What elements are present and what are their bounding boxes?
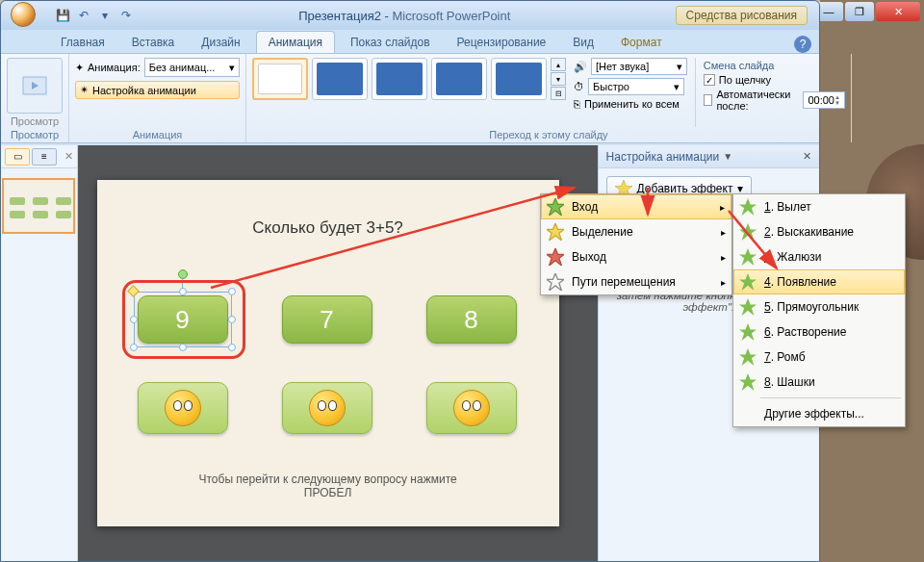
os-maximize-button[interactable]: ❐ — [845, 2, 874, 21]
transition-item[interactable] — [372, 58, 427, 100]
submenu-arrow-icon: ▸ — [721, 252, 726, 263]
submenu-arrow-icon: ▸ — [721, 227, 726, 238]
submenu-arrow-icon: ▸ — [721, 277, 726, 288]
effect-icon — [739, 373, 757, 391]
preview-label: Просмотр — [11, 115, 59, 127]
taskpane-close[interactable]: ✕ — [803, 150, 811, 163]
tab-slideshow[interactable]: Показ слайдов — [339, 32, 442, 53]
group-animation-label: Анимация — [69, 129, 245, 140]
effect-icon — [739, 248, 757, 266]
title-bar: 💾 ↶ ▾ ↷ Презентация2 - Microsoft PowerPo… — [1, 1, 819, 30]
outline-tab[interactable]: ≡ — [32, 148, 57, 166]
emoji-button[interactable] — [138, 382, 228, 434]
transition-gallery[interactable]: ▴▾⊟ — [252, 58, 566, 100]
effect-blinds[interactable]: 3. Жалюзи — [733, 244, 905, 269]
slide-footer-text[interactable]: Чтобы перейти к следующему вопросу нажми… — [97, 473, 559, 499]
slide-thumbnail[interactable] — [2, 178, 75, 234]
emoji-button[interactable] — [426, 382, 517, 434]
on-click-checkbox[interactable]: ✓ — [704, 74, 715, 86]
gallery-scroll[interactable]: ▴▾⊟ — [551, 58, 566, 100]
entrance-effects-submenu: 1. Вылет 2. Выскакивание 3. Жалюзи 4. По… — [732, 193, 906, 427]
apply-all-icon: ⎘ — [574, 98, 580, 110]
annotation-highlight — [122, 280, 245, 359]
menu-item-exit[interactable]: Выход ▸ — [541, 244, 732, 269]
custom-animation-button[interactable]: ✴ Настройка анимации — [75, 81, 240, 99]
menu-item-emphasis[interactable]: Выделение ▸ — [541, 219, 732, 244]
taskpane-menu-icon[interactable]: ▼ — [723, 151, 732, 162]
path-star-icon — [547, 273, 564, 291]
menu-item-entrance[interactable]: Вход ▸ — [541, 194, 732, 219]
add-effect-menu: Вход ▸ Выделение ▸ Выход ▸ Пути перемеще… — [540, 193, 732, 295]
speed-icon: ⏱ — [574, 81, 584, 92]
office-button[interactable] — [7, 2, 45, 29]
effect-dissolve[interactable]: 6. Растворение — [733, 319, 905, 345]
tab-insert[interactable]: Вставка — [120, 32, 187, 53]
auto-after-checkbox[interactable] — [704, 94, 713, 106]
effect-diamond[interactable]: 7. Ромб — [733, 345, 905, 370]
svg-marker-9 — [739, 248, 757, 266]
advance-slide-label: Смена слайда — [704, 60, 845, 71]
transition-none[interactable] — [252, 58, 308, 100]
slide-canvas[interactable]: Сколько будет 3+5? 9 7 8 Чтобы перейти к… — [97, 180, 559, 526]
transition-item[interactable] — [431, 58, 487, 100]
save-icon[interactable]: 💾 — [55, 8, 70, 23]
menu-item-motion-paths[interactable]: Пути перемещения ▸ — [541, 269, 732, 294]
auto-after-time[interactable]: 00:00 ▲▼ — [803, 91, 844, 109]
effect-box[interactable]: 5. Прямоугольник — [733, 294, 905, 319]
effect-icon — [739, 198, 757, 216]
auto-after-label: Автоматически после: — [716, 89, 799, 112]
transition-item[interactable] — [312, 58, 368, 100]
help-button[interactable]: ? — [794, 36, 811, 53]
ribbon: Просмотр Просмотр ✦ Анимация: Без анимац… — [1, 53, 819, 143]
slide-question-text[interactable]: Сколько будет 3+5? — [97, 218, 559, 238]
undo-icon[interactable]: ↶ — [76, 8, 91, 23]
slide-editor[interactable]: Сколько будет 3+5? 9 7 8 Чтобы перейти к… — [78, 145, 598, 561]
animation-combo-label: Анимация: — [88, 62, 141, 73]
svg-marker-4 — [547, 223, 564, 241]
group-transition-label: Переход к этому слайду — [246, 129, 851, 140]
chevron-down-icon: ▾ — [674, 81, 680, 93]
svg-marker-5 — [547, 248, 564, 266]
tab-format[interactable]: Формат — [609, 32, 674, 53]
effect-checker[interactable]: 8. Шашки — [733, 370, 905, 395]
effect-peek-in[interactable]: 2. Выскакивание — [733, 219, 905, 244]
effect-icon — [739, 273, 757, 291]
effect-icon — [739, 223, 757, 241]
os-close-button[interactable]: ✕ — [876, 2, 920, 21]
effect-icon — [739, 323, 757, 341]
contextual-tools-label: Средства рисования — [676, 6, 808, 25]
transition-item[interactable] — [491, 58, 547, 100]
effect-appear[interactable]: 4. Появление — [733, 269, 905, 294]
more-effects[interactable]: Другие эффекты... — [733, 401, 905, 426]
thumbnails-close[interactable]: ✕ — [64, 150, 73, 163]
powerpoint-window: 💾 ↶ ▾ ↷ Презентация2 - Microsoft PowerPo… — [0, 0, 820, 562]
animation-combo[interactable]: Без анимац...▾ — [144, 58, 240, 77]
effect-fly-in[interactable]: 1. Вылет — [733, 194, 905, 219]
tab-design[interactable]: Дизайн — [190, 32, 251, 53]
window-title: Презентация2 - Microsoft PowerPoint — [134, 9, 676, 23]
speed-combo[interactable]: Быстро▾ — [588, 78, 684, 95]
svg-marker-6 — [547, 273, 564, 291]
apply-to-all-button[interactable]: ⎘ Применить ко всем — [574, 98, 687, 110]
svg-marker-7 — [739, 198, 757, 216]
emoji-button[interactable] — [282, 382, 372, 434]
svg-marker-10 — [739, 273, 757, 291]
slides-tab[interactable]: ▭ — [5, 148, 30, 166]
taskpane-title: Настройка анимации — [606, 150, 720, 164]
time-spinner[interactable]: ▲▼ — [834, 94, 840, 106]
ribbon-tabs: Главная Вставка Дизайн Анимация Показ сл… — [1, 30, 819, 53]
answer-button-8[interactable]: 8 — [426, 295, 517, 344]
tab-review[interactable]: Рецензирование — [446, 32, 558, 53]
redo-icon[interactable]: ↷ — [118, 8, 134, 23]
preview-button[interactable] — [7, 58, 63, 114]
sound-combo[interactable]: [Нет звука]▾ — [591, 58, 687, 75]
tab-animation[interactable]: Анимация — [256, 31, 335, 53]
emoji-face-icon — [453, 390, 490, 426]
svg-marker-11 — [739, 298, 757, 316]
tab-home[interactable]: Главная — [49, 32, 116, 53]
qat-dropdown-icon[interactable]: ▾ — [97, 8, 113, 23]
quick-access-toolbar: 💾 ↶ ▾ ↷ — [55, 8, 134, 23]
answer-button-7[interactable]: 7 — [282, 295, 372, 344]
tab-view[interactable]: Вид — [561, 32, 605, 53]
svg-marker-13 — [739, 348, 757, 366]
